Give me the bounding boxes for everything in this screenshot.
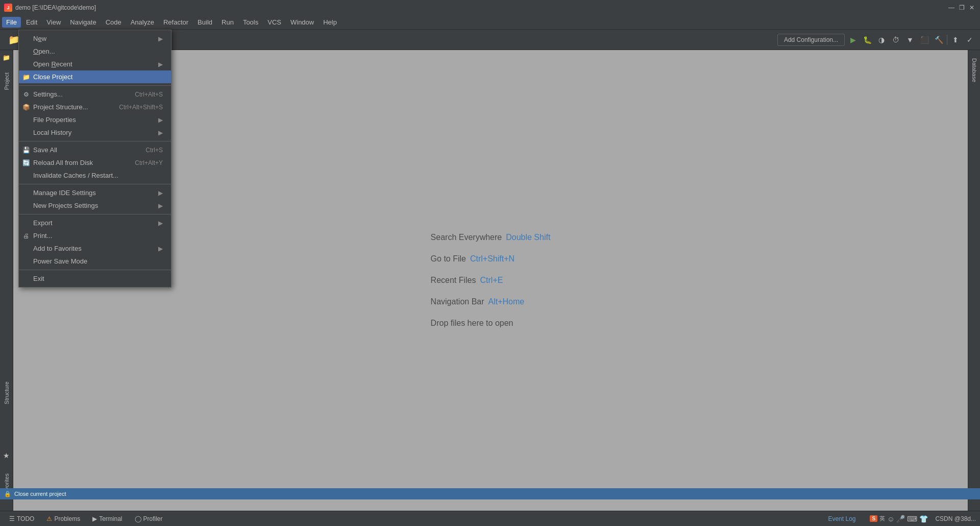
menu-item-power-save[interactable]: Power Save Mode	[19, 255, 171, 268]
goto-file-text: Go to File	[431, 254, 466, 264]
keyboard-icon: ⌨	[907, 515, 917, 523]
terminal-label: Terminal	[99, 515, 122, 522]
close-project-icon: 📁	[22, 73, 30, 81]
todo-icon: ☰	[9, 515, 15, 522]
vertical-tabs-area: Project	[0, 63, 13, 511]
menu-run[interactable]: Run	[217, 17, 238, 28]
project-structure-icon: 📦	[22, 103, 30, 111]
sougou-icon: S	[870, 515, 877, 522]
menu-item-settings[interactable]: ⚙ Settings... Ctrl+Alt+S	[19, 88, 171, 101]
menu-item-local-history[interactable]: Local History ▶	[19, 126, 171, 139]
app-logo: J	[4, 4, 12, 12]
title-bar: J demo [E:\IDEA\gitcode\demo] — ❐ ✕	[0, 0, 980, 15]
menu-item-new-projects-settings[interactable]: New Projects Settings ▶	[19, 199, 171, 212]
search-everywhere-text: Search Everywhere	[431, 233, 502, 242]
welcome-goto: Go to File Ctrl+Shift+N	[431, 254, 551, 264]
tab-todo[interactable]: ☰ TODO	[4, 514, 39, 524]
menu-file[interactable]: File	[2, 17, 21, 28]
menu-item-project-structure[interactable]: 📦 Project Structure... Ctrl+Alt+Shift+S	[19, 101, 171, 113]
minimize-button[interactable]: —	[947, 4, 955, 12]
menu-build[interactable]: Build	[193, 17, 216, 28]
menu-navigate[interactable]: Navigate	[66, 17, 100, 28]
menu-separator-5	[19, 270, 171, 270]
settings-icon: ⚙	[22, 90, 30, 99]
menu-window[interactable]: Window	[286, 17, 318, 28]
menu-separator-3	[19, 184, 171, 184]
menu-item-manage-ide[interactable]: Manage IDE Settings ▶	[19, 186, 171, 199]
menu-code[interactable]: Code	[102, 17, 126, 28]
menu-analyze[interactable]: Analyze	[127, 17, 158, 28]
add-configuration-button[interactable]: Add Configuration...	[777, 34, 845, 46]
sidebar-item-project[interactable]: Project	[3, 68, 11, 94]
recent-files-shortcut: Ctrl+E	[480, 276, 503, 285]
menu-separator-4	[19, 214, 171, 214]
welcome-search: Search Everywhere Double Shift	[431, 233, 551, 242]
tab-problems[interactable]: ⚠ Problems	[41, 514, 85, 524]
save-all-icon: 💾	[22, 146, 30, 154]
maximize-button[interactable]: ❐	[958, 4, 966, 12]
menu-item-new[interactable]: New ▶	[19, 32, 171, 45]
csdn-watermark: CSDN @38d...	[935, 515, 976, 522]
menu-item-open-recent[interactable]: Open Recent ▶	[19, 58, 171, 70]
menu-view[interactable]: View	[42, 17, 65, 28]
favorites-tab-area: ★	[0, 451, 13, 460]
navigation-bar-text: Navigation Bar	[431, 297, 484, 306]
menu-item-exit[interactable]: Exit	[19, 272, 171, 285]
status-bar: 🔒 Close current project	[0, 488, 980, 499]
toolbar-separator	[947, 35, 947, 45]
run-button[interactable]: ▶	[847, 34, 859, 46]
menu-vcs[interactable]: VCS	[263, 17, 285, 28]
sidebar-item-database[interactable]: Database	[970, 54, 978, 86]
system-tray: S 英 ☺ 🎤 ⌨ 👕 CSDN @38d...	[870, 515, 976, 523]
menu-help[interactable]: Help	[319, 17, 341, 28]
menu-item-close-project[interactable]: 📁 Close Project	[19, 70, 171, 83]
profile-button[interactable]: ⏱	[890, 34, 902, 46]
project-panel-icon[interactable]: 📁	[1, 52, 12, 63]
menu-edit[interactable]: Edit	[22, 17, 41, 28]
menu-item-reload-all[interactable]: 🔄 Reload All from Disk Ctrl+Alt+Y	[19, 156, 171, 169]
shirt-icon: 👕	[919, 515, 928, 523]
menu-tools[interactable]: Tools	[239, 17, 262, 28]
drop-files-text: Drop files here to open	[431, 319, 513, 328]
menu-item-file-properties[interactable]: File Properties ▶	[19, 113, 171, 126]
welcome-recent: Recent Files Ctrl+E	[431, 276, 551, 285]
status-bar-icon: 🔒	[4, 491, 11, 497]
welcome-content: Search Everywhere Double Shift Go to Fil…	[431, 233, 551, 328]
goto-file-shortcut: Ctrl+Shift+N	[470, 254, 514, 264]
menu-item-export[interactable]: Export ▶	[19, 217, 171, 229]
profiler-icon: ◯	[135, 515, 141, 522]
status-bar-text: Close current project	[14, 491, 66, 497]
title-bar-controls: — ❐ ✕	[947, 4, 976, 12]
sidebar-item-favorites-icon[interactable]: ★	[3, 451, 10, 460]
file-dropdown-menu: New ▶ Open... Open Recent ▶ 📁 Close Proj…	[18, 30, 172, 288]
welcome-navbar: Navigation Bar Alt+Home	[431, 297, 551, 306]
event-log-link[interactable]: Event Log	[828, 515, 855, 522]
menu-item-save-all[interactable]: 💾 Save All Ctrl+S	[19, 144, 171, 156]
menu-item-print[interactable]: 🖨 Print...	[19, 229, 171, 242]
menu-item-add-favorites[interactable]: Add to Favorites ▶	[19, 242, 171, 255]
terminal-icon: ▶	[92, 515, 97, 522]
build-project-button[interactable]: 🔨	[933, 34, 945, 46]
menu-refactor[interactable]: Refactor	[159, 17, 192, 28]
dropdown-button[interactable]: ▼	[904, 34, 916, 46]
left-sidebar: 📁 Project Structure ★ Favorites	[0, 50, 13, 511]
coverage-button[interactable]: ◑	[875, 34, 888, 46]
profiler-label: Profiler	[143, 515, 163, 522]
tab-terminal[interactable]: ▶ Terminal	[87, 514, 127, 524]
stop-button[interactable]: ⬛	[918, 34, 930, 46]
tab-profiler[interactable]: ◯ Profiler	[130, 514, 168, 524]
debug-button[interactable]: 🐛	[861, 34, 873, 46]
commit-button[interactable]: ✓	[964, 34, 976, 46]
sidebar-item-structure[interactable]: Structure	[3, 377, 11, 409]
navigation-bar-shortcut: Alt+Home	[488, 297, 525, 306]
toolbar-right: Add Configuration... ▶ 🐛 ◑ ⏱ ▼ ⬛ 🔨 ⬆ ✓	[777, 34, 976, 46]
emoji-icon: ☺	[887, 515, 894, 523]
problems-icon: ⚠	[46, 515, 52, 522]
search-everywhere-shortcut: Double Shift	[506, 233, 550, 242]
close-button[interactable]: ✕	[968, 4, 976, 12]
menu-item-open[interactable]: Open...	[19, 45, 171, 58]
menu-item-invalidate-caches[interactable]: Invalidate Caches / Restart...	[19, 169, 171, 182]
menu-bar: File Edit View Navigate Code Analyze Ref…	[0, 15, 980, 30]
update-project-button[interactable]: ⬆	[949, 34, 962, 46]
welcome-drop: Drop files here to open	[431, 319, 551, 328]
